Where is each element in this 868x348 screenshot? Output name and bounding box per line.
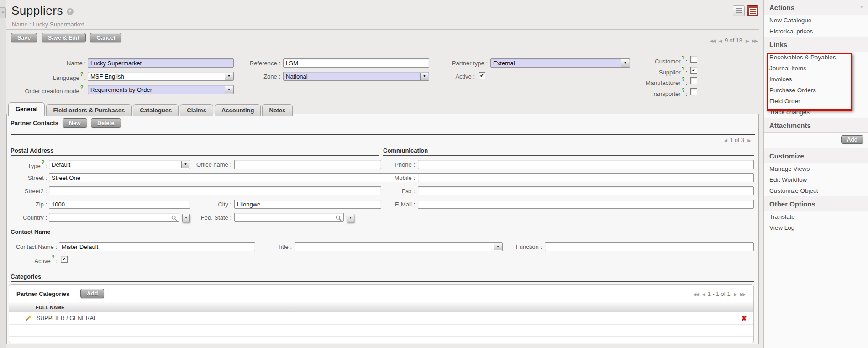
city-input[interactable]: Lilongwe — [234, 200, 381, 209]
customer-checkbox[interactable] — [690, 56, 697, 63]
tab-general[interactable]: General — [8, 102, 45, 116]
help-icon[interactable]: ? — [52, 254, 55, 260]
category-row[interactable]: SUPPLIER / GENERAL ✘ — [9, 312, 753, 325]
list-view-icon — [736, 8, 742, 14]
left-menu-expand-icon[interactable]: » — [0, 7, 6, 18]
last-page-icon[interactable]: ▶▶ — [740, 292, 745, 297]
contact-active-label: Active?: — [7, 256, 57, 264]
language-select[interactable]: MSF English▼ — [88, 72, 234, 81]
link-journal-items[interactable]: Journal Items — [764, 63, 868, 74]
contact-title-select[interactable]: ▼ — [295, 242, 503, 251]
contact-pager-text: 1 of 3 — [730, 137, 744, 143]
dropdown-arrow-icon[interactable]: ▼ — [225, 73, 233, 80]
link-invoices[interactable]: Invoices — [764, 74, 868, 85]
edit-pencil-icon[interactable] — [25, 315, 32, 323]
tab-catalogues[interactable]: Catalogues — [133, 104, 179, 116]
save-button[interactable]: Save — [11, 33, 37, 42]
help-icon[interactable]: ? — [80, 71, 84, 77]
form-view-button[interactable] — [747, 5, 758, 16]
save-edit-button[interactable]: Save & Edit — [42, 33, 86, 42]
transporter-checkbox[interactable] — [690, 88, 697, 95]
list-view-button[interactable] — [733, 5, 745, 16]
link-purchase-orders[interactable]: Purchase Orders — [764, 85, 868, 96]
colon: : — [55, 258, 57, 264]
fed-state-expand-button[interactable]: ▾ — [347, 214, 354, 222]
first-record-icon[interactable]: ◀◀ — [710, 38, 715, 43]
office-name-input[interactable] — [234, 160, 381, 169]
postal-address-underline — [11, 155, 379, 156]
cancel-button[interactable]: Cancel — [90, 33, 121, 42]
name-input[interactable]: Lucky Supermarket — [88, 58, 234, 68]
other-options-title: Other Options — [769, 200, 815, 208]
next-contact-icon[interactable]: ▶ — [747, 138, 750, 143]
dropdown-arrow-icon[interactable]: ▼ — [420, 73, 428, 80]
reference-input[interactable]: LSM — [283, 58, 429, 68]
add-attachment-button[interactable]: Add — [841, 135, 863, 144]
type-label: Type?: — [7, 161, 47, 169]
suppliers-form-page: » Suppliers? Name : Lucky Supermarket Sa… — [0, 0, 868, 348]
street2-input[interactable] — [49, 186, 381, 195]
function-input[interactable] — [545, 242, 754, 251]
next-record-icon[interactable]: ▶ — [746, 38, 748, 43]
customize-customize-object[interactable]: Customize Object — [764, 185, 868, 196]
link-track-changes[interactable]: Track changes — [764, 107, 868, 118]
tab-notes[interactable]: Notes — [262, 104, 292, 116]
first-page-icon[interactable]: ◀◀ — [693, 292, 698, 297]
zone-select[interactable]: National▼ — [283, 72, 429, 81]
previous-contact-icon[interactable]: ◀ — [724, 138, 726, 143]
delete-contact-button[interactable]: Delete — [91, 118, 121, 128]
other-translate[interactable]: Translate — [764, 211, 868, 222]
supplier-checkbox[interactable]: ✔ — [690, 67, 697, 74]
tab-claims[interactable]: Claims — [180, 104, 213, 116]
contact-pager: ◀ 1 of 3 ▶ — [722, 137, 752, 143]
links-list: Receivables & Payables Journal Items Inv… — [764, 52, 868, 118]
form-action-buttons: Save Save & Edit Cancel — [11, 33, 124, 42]
help-icon[interactable]: ? — [80, 84, 84, 90]
next-page-icon[interactable]: ▶ — [734, 292, 736, 297]
dropdown-arrow-icon[interactable]: ▼ — [494, 243, 502, 250]
fax-input[interactable] — [418, 186, 754, 195]
previous-record-icon[interactable]: ◀ — [719, 38, 721, 43]
tab-accounting[interactable]: Accounting — [215, 104, 261, 116]
new-contact-button[interactable]: New — [63, 118, 87, 128]
order-mode-label-text: Order creation mode — [25, 88, 79, 95]
order-mode-value: Requirements by Order — [90, 86, 152, 93]
zip-input[interactable]: 1000 — [49, 200, 190, 209]
manufacturer-checkbox[interactable] — [690, 77, 697, 84]
fed-state-input[interactable] — [234, 213, 344, 222]
link-field-order[interactable]: Field Order — [764, 96, 868, 107]
help-icon[interactable]: ? — [682, 87, 685, 93]
title-help-icon[interactable]: ? — [67, 8, 74, 15]
language-label-text: Language — [53, 74, 79, 81]
mobile-input[interactable] — [418, 173, 754, 182]
action-new-catalogue[interactable]: New Catalogue — [764, 15, 868, 26]
customize-edit-workflow[interactable]: Edit Workflow — [764, 174, 868, 185]
previous-page-icon[interactable]: ◀ — [702, 292, 705, 297]
email-input[interactable] — [418, 200, 754, 209]
contact-name-input[interactable]: Mister Default — [59, 242, 255, 251]
help-icon[interactable]: ? — [682, 76, 685, 82]
other-view-log[interactable]: View Log — [764, 222, 868, 233]
active-checkbox[interactable]: ✔ — [479, 72, 485, 79]
address-type-select[interactable]: Default▼ — [49, 160, 190, 169]
link-receivables-payables[interactable]: Receivables & Payables — [764, 52, 868, 63]
search-icon[interactable] — [171, 215, 177, 222]
delete-row-icon[interactable]: ✘ — [741, 314, 747, 322]
contact-active-checkbox[interactable]: ✔ — [61, 256, 68, 263]
help-icon[interactable]: ? — [682, 66, 685, 71]
help-icon[interactable]: ? — [682, 55, 685, 60]
action-historical-prices[interactable]: Historical prices — [764, 26, 868, 37]
country-input[interactable] — [49, 213, 179, 222]
search-icon[interactable] — [336, 215, 342, 222]
order-creation-mode-select[interactable]: Requirements by Order▼ — [88, 85, 234, 94]
full-name-column-header[interactable]: FULL NAME — [9, 302, 753, 312]
tab-field-orders-purchases[interactable]: Field orders & Purchases — [46, 104, 132, 116]
postal-address-heading: Postal Address — [11, 147, 53, 154]
help-icon[interactable]: ? — [42, 159, 45, 165]
add-category-button[interactable]: Add — [80, 289, 104, 298]
sidebar-collapse-icon[interactable]: » — [856, 0, 868, 15]
last-record-icon[interactable]: ▶▶ — [752, 38, 757, 43]
customize-manage-views[interactable]: Manage Views — [764, 163, 868, 174]
dropdown-arrow-icon[interactable]: ▼ — [225, 86, 233, 93]
phone-input[interactable] — [418, 160, 754, 169]
